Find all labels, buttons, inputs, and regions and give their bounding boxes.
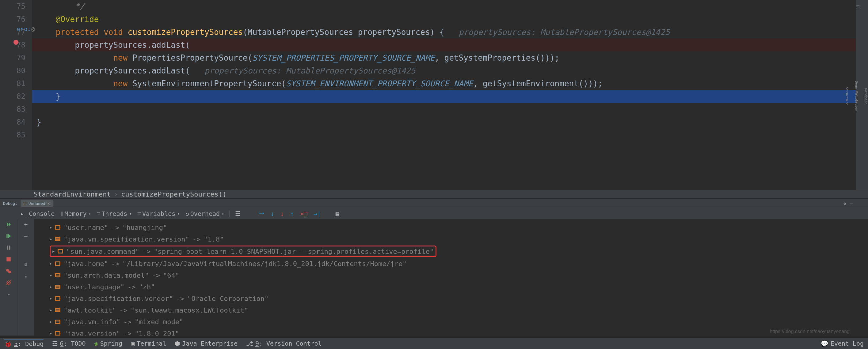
step-into-icon[interactable]: ↓ (269, 209, 276, 218)
arrow-icon: -> (127, 283, 136, 291)
variable-value: "zh" (138, 283, 155, 291)
variables-tab[interactable]: ≡Variables⊸ (135, 209, 181, 218)
pin-icon[interactable]: ⊸ (128, 211, 131, 216)
mute-breakpoints-icon[interactable] (5, 279, 12, 286)
variable-value: "1.8" (204, 236, 224, 243)
terminal-toolwindow-button[interactable]: ▣ Terminal (131, 340, 166, 347)
event-log-button[interactable]: 💬 Event Log (821, 340, 864, 347)
overhead-tab[interactable]: ↻Overhead⊸ (184, 209, 225, 218)
expand-icon[interactable]: ▶ (50, 273, 52, 277)
pin-icon[interactable]: ⊸ (88, 211, 90, 216)
variables-panel[interactable]: ▶"user.name"->"huangjing"▶"java.vm.speci… (34, 219, 868, 336)
structure-tool[interactable]: Structure (845, 87, 849, 105)
resume-icon[interactable] (5, 233, 12, 239)
variable-key: "java.vm.specification.version" (63, 236, 189, 243)
force-step-into-icon[interactable]: ↓ (279, 209, 286, 218)
stop-icon[interactable] (5, 256, 12, 263)
memory-tab[interactable]: ⦀Memory⊸ (59, 209, 92, 218)
breadcrumb-item[interactable]: customizePropertySources() (121, 190, 226, 198)
variable-value: "64" (163, 272, 179, 279)
layout-icon[interactable]: ☰ (233, 209, 242, 218)
expand-icon[interactable]: ▶ (50, 285, 52, 289)
variable-row[interactable]: ▶"java.vm.specification.version"->"1.8" (50, 233, 868, 245)
database-tool[interactable]: Database (864, 88, 868, 104)
pause-icon[interactable] (5, 244, 12, 251)
line-number[interactable]: 76 (0, 13, 25, 26)
breadcrumb-item[interactable]: StandardEnvironment (34, 190, 111, 198)
settings-icon[interactable]: ⚙ (843, 201, 846, 206)
variable-row[interactable]: ▶"java.specification.vendor"->"Oracle Co… (50, 293, 868, 304)
remove-watch-icon[interactable]: − (23, 233, 29, 239)
separator (229, 210, 229, 217)
evaluate-expression-icon[interactable]: ▦ (334, 209, 341, 218)
debug-panel-header: Debug: ⬚ Unnamed × ⚙ — (0, 198, 868, 208)
line-number[interactable]: 78 (0, 39, 25, 51)
debug-extra-controls: + − ⧉ ∞ (17, 219, 34, 336)
close-icon[interactable]: × (48, 201, 50, 206)
vcs-icon: ⎇ (246, 340, 253, 347)
restore-layout-icon[interactable]: ❐ (856, 2, 860, 10)
vcs-toolwindow-button[interactable]: ⎇ 9: Version Control (246, 340, 322, 347)
variable-value: "spring-boot-learn-1.0-SNAPSHOT.jar --sp… (154, 248, 434, 255)
variable-value: "sun.lwawt.macosx.LWCToolkit" (130, 307, 248, 314)
line-number[interactable]: 84 (0, 116, 25, 129)
expand-icon[interactable]: ▶ (50, 237, 52, 241)
pin-icon[interactable]: ⊸ (177, 211, 179, 216)
code-column[interactable]: */ @Override protected void customizePro… (32, 0, 868, 190)
debug-tab[interactable]: ⬚ Unnamed × (21, 200, 53, 207)
override-up-icon[interactable]: o↑ (17, 26, 24, 32)
override-down-icon[interactable]: o↓ (24, 26, 31, 32)
expand-icon[interactable]: ▶ (50, 320, 52, 324)
minimize-icon[interactable]: — (850, 201, 853, 206)
variable-row[interactable]: ▶"user.name"->"huangjing" (50, 222, 868, 233)
run-to-cursor-icon[interactable]: →| (312, 209, 323, 218)
map-entry-icon (55, 273, 60, 277)
expand-icon[interactable]: ▶ (50, 331, 52, 336)
variable-row[interactable]: ▶"java.version"->"1.8.0_201" (50, 327, 868, 336)
rerun-icon[interactable] (5, 221, 12, 228)
view-breakpoints-icon[interactable] (5, 268, 12, 274)
step-out-icon[interactable]: ↑ (288, 209, 296, 218)
line-number[interactable]: 85 (0, 129, 25, 141)
debug-session-controls: » (0, 219, 17, 336)
variable-row[interactable]: ▶"java.home"->"/Library/Java/JavaVirtual… (50, 258, 868, 269)
drop-frame-icon[interactable]: ✕⬚ (298, 209, 309, 218)
variable-key: "java.version" (63, 330, 120, 336)
breakpoint-gutter[interactable] (13, 40, 19, 46)
line-number[interactable]: 83 (0, 103, 25, 116)
expand-icon[interactable]: ▶ (50, 225, 52, 230)
expand-icon[interactable]: ▶ (53, 249, 55, 253)
line-number[interactable]: 80 (0, 64, 25, 77)
spring-toolwindow-button[interactable]: ❀ Spring (94, 340, 122, 347)
expand-icon[interactable]: ▶ (50, 261, 52, 266)
step-over-icon[interactable]: ⮡ (256, 209, 266, 218)
bean-validation-tool[interactable]: Bean Validation (855, 81, 859, 111)
expand-icon[interactable]: ▶ (50, 308, 52, 312)
variable-key: "java.vm.info" (63, 318, 120, 326)
line-number[interactable]: 81 (0, 77, 25, 90)
debug-toolwindow-button[interactable]: 🐞 55: Debug: Debug (4, 340, 43, 347)
javaee-toolwindow-button[interactable]: ⬢ Java Enterprise (175, 340, 238, 347)
pin-icon[interactable]: ⊸ (221, 211, 223, 216)
variable-row[interactable]: ▶"sun.arch.data.model"->"64" (50, 269, 868, 281)
threads-tab[interactable]: ≡Threads⊸ (95, 209, 133, 218)
variable-row[interactable]: ▶"sun.java.command"->"spring-boot-learn-… (50, 246, 436, 257)
variable-row[interactable]: ▶"java.vm.info"->"mixed mode" (50, 316, 868, 327)
map-entry-icon (55, 261, 60, 266)
svg-point-5 (8, 271, 11, 273)
variable-row[interactable]: ▶"awt.toolkit"->"sun.lwawt.macosx.LWCToo… (50, 304, 868, 316)
expand-icon[interactable]: ▶ (50, 296, 52, 301)
line-number[interactable]: 82 (0, 90, 25, 103)
arrow-icon: -> (152, 272, 160, 279)
console-tab[interactable]: ▸_Console (19, 209, 56, 218)
variable-value: "mixed mode" (134, 318, 183, 326)
line-number[interactable]: 75 (0, 0, 25, 13)
more-icon[interactable]: » (5, 291, 12, 298)
copy-icon[interactable]: ⧉ (23, 261, 29, 268)
line-number[interactable]: 79 (0, 51, 25, 64)
breakpoint-icon[interactable] (13, 40, 19, 45)
add-watch-icon[interactable]: + (23, 221, 29, 228)
todo-toolwindow-button[interactable]: ☲ 6: TODO (52, 340, 86, 347)
variable-row[interactable]: ▶"user.language"->"zh" (50, 281, 868, 293)
glasses-icon[interactable]: ∞ (23, 273, 29, 280)
